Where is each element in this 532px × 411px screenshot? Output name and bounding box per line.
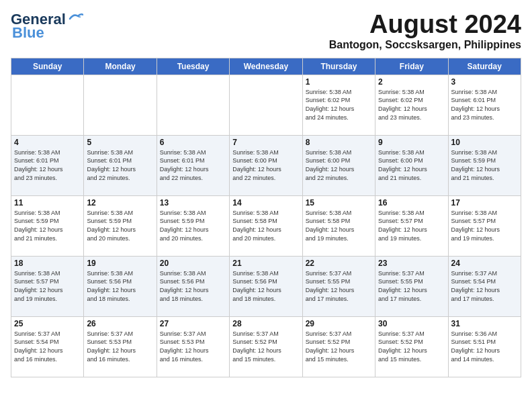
day-number: 25 [14, 319, 81, 328]
day-info: Sunrise: 5:38 AMSunset: 6:00 PMDaylight:… [378, 148, 445, 182]
day-info: Sunrise: 5:37 AMSunset: 5:55 PMDaylight:… [306, 269, 372, 303]
calendar-day-cell: 20Sunrise: 5:38 AMSunset: 5:56 PMDayligh… [157, 256, 229, 316]
calendar-day-cell: 25Sunrise: 5:37 AMSunset: 5:54 PMDayligh… [11, 316, 84, 377]
calendar-day-cell: 13Sunrise: 5:38 AMSunset: 5:59 PMDayligh… [157, 195, 229, 256]
day-number: 28 [232, 319, 299, 328]
weekday-header-row: SundayMondayTuesdayWednesdayThursdayFrid… [11, 58, 521, 75]
day-info: Sunrise: 5:37 AMSunset: 5:55 PMDaylight:… [378, 269, 445, 303]
calendar-day-cell: 2Sunrise: 5:38 AMSunset: 6:02 PMDaylight… [375, 75, 448, 135]
weekday-header: Wednesday [230, 58, 302, 75]
day-info: Sunrise: 5:37 AMSunset: 5:54 PMDaylight:… [451, 269, 518, 303]
calendar-day-cell: 7Sunrise: 5:38 AMSunset: 6:00 PMDaylight… [230, 135, 302, 195]
weekday-header: Saturday [448, 58, 521, 75]
calendar-day-cell [157, 75, 229, 135]
logo-bird-icon [69, 12, 83, 24]
day-number: 8 [306, 138, 372, 147]
calendar-day-cell [230, 75, 302, 135]
logo-blue: Blue [12, 24, 44, 42]
calendar-day-cell: 16Sunrise: 5:38 AMSunset: 5:57 PMDayligh… [375, 195, 448, 256]
day-number: 4 [14, 138, 81, 147]
day-info: Sunrise: 5:38 AMSunset: 6:01 PMDaylight:… [160, 148, 226, 182]
day-number: 26 [87, 319, 153, 328]
day-number: 19 [87, 259, 153, 268]
day-number: 15 [306, 198, 372, 208]
calendar-day-cell [84, 75, 157, 135]
day-info: Sunrise: 5:38 AMSunset: 5:59 PMDaylight:… [160, 209, 226, 242]
day-info: Sunrise: 5:37 AMSunset: 5:54 PMDaylight:… [14, 330, 81, 363]
calendar-day-cell: 27Sunrise: 5:37 AMSunset: 5:53 PMDayligh… [157, 316, 229, 377]
weekday-header: Monday [84, 58, 157, 75]
calendar-day-cell: 26Sunrise: 5:37 AMSunset: 5:53 PMDayligh… [84, 316, 157, 377]
day-number: 20 [160, 259, 226, 268]
day-number: 30 [378, 319, 445, 328]
day-info: Sunrise: 5:38 AMSunset: 5:56 PMDaylight:… [232, 269, 299, 303]
day-number: 27 [160, 319, 226, 328]
day-number: 21 [232, 259, 299, 268]
calendar-week-row: 4Sunrise: 5:38 AMSunset: 6:01 PMDaylight… [11, 135, 521, 195]
day-number: 24 [451, 259, 518, 268]
calendar-day-cell: 30Sunrise: 5:37 AMSunset: 5:52 PMDayligh… [375, 316, 448, 377]
calendar-day-cell: 14Sunrise: 5:38 AMSunset: 5:58 PMDayligh… [230, 195, 302, 256]
day-number: 6 [160, 138, 226, 147]
day-info: Sunrise: 5:37 AMSunset: 5:52 PMDaylight:… [378, 330, 445, 363]
calendar-week-row: 11Sunrise: 5:38 AMSunset: 5:59 PMDayligh… [11, 195, 521, 256]
day-number: 16 [378, 198, 445, 208]
calendar-day-cell: 1Sunrise: 5:38 AMSunset: 6:02 PMDaylight… [302, 75, 375, 135]
day-info: Sunrise: 5:38 AMSunset: 6:01 PMDaylight:… [87, 148, 153, 182]
day-number: 17 [451, 198, 518, 208]
day-number: 23 [378, 259, 445, 268]
day-info: Sunrise: 5:37 AMSunset: 5:53 PMDaylight:… [160, 330, 226, 363]
weekday-header: Friday [375, 58, 448, 75]
day-number: 29 [306, 319, 372, 328]
day-number: 10 [451, 138, 518, 147]
logo: General Blue [11, 11, 83, 42]
day-info: Sunrise: 5:37 AMSunset: 5:53 PMDaylight:… [87, 330, 153, 363]
day-info: Sunrise: 5:37 AMSunset: 5:52 PMDaylight:… [306, 330, 372, 363]
day-info: Sunrise: 5:38 AMSunset: 5:56 PMDaylight:… [160, 269, 226, 303]
day-number: 9 [378, 138, 445, 147]
calendar-title: August 2024 [329, 11, 521, 39]
day-number: 12 [87, 198, 153, 208]
calendar-day-cell: 17Sunrise: 5:38 AMSunset: 5:57 PMDayligh… [448, 195, 521, 256]
calendar-day-cell: 29Sunrise: 5:37 AMSunset: 5:52 PMDayligh… [302, 316, 375, 377]
day-info: Sunrise: 5:38 AMSunset: 6:02 PMDaylight:… [306, 88, 372, 122]
day-info: Sunrise: 5:38 AMSunset: 5:57 PMDaylight:… [451, 209, 518, 242]
calendar-day-cell: 24Sunrise: 5:37 AMSunset: 5:54 PMDayligh… [448, 256, 521, 316]
day-info: Sunrise: 5:37 AMSunset: 5:52 PMDaylight:… [232, 330, 299, 363]
day-number: 1 [306, 77, 372, 87]
day-number: 2 [378, 77, 445, 87]
day-number: 7 [232, 138, 299, 147]
calendar-week-row: 25Sunrise: 5:37 AMSunset: 5:54 PMDayligh… [11, 316, 521, 377]
day-number: 11 [14, 198, 81, 208]
weekday-header: Sunday [11, 58, 84, 75]
calendar-day-cell: 15Sunrise: 5:38 AMSunset: 5:58 PMDayligh… [302, 195, 375, 256]
day-number: 31 [451, 319, 518, 328]
day-info: Sunrise: 5:38 AMSunset: 5:59 PMDaylight:… [14, 209, 81, 242]
calendar-day-cell: 22Sunrise: 5:37 AMSunset: 5:55 PMDayligh… [302, 256, 375, 316]
day-info: Sunrise: 5:38 AMSunset: 5:57 PMDaylight:… [14, 269, 81, 303]
day-info: Sunrise: 5:38 AMSunset: 5:58 PMDaylight:… [232, 209, 299, 242]
weekday-header: Thursday [302, 58, 375, 75]
calendar-day-cell: 21Sunrise: 5:38 AMSunset: 5:56 PMDayligh… [230, 256, 302, 316]
calendar-day-cell: 5Sunrise: 5:38 AMSunset: 6:01 PMDaylight… [84, 135, 157, 195]
day-info: Sunrise: 5:38 AMSunset: 5:59 PMDaylight:… [451, 148, 518, 182]
day-info: Sunrise: 5:38 AMSunset: 6:00 PMDaylight:… [232, 148, 299, 182]
calendar-day-cell: 12Sunrise: 5:38 AMSunset: 5:59 PMDayligh… [84, 195, 157, 256]
day-info: Sunrise: 5:36 AMSunset: 5:51 PMDaylight:… [451, 330, 518, 363]
calendar-day-cell: 31Sunrise: 5:36 AMSunset: 5:51 PMDayligh… [448, 316, 521, 377]
day-number: 5 [87, 138, 153, 147]
day-info: Sunrise: 5:38 AMSunset: 5:58 PMDaylight:… [306, 209, 372, 242]
title-section: August 2024 Bantogon, Soccsksargen, Phil… [329, 11, 521, 51]
calendar-week-row: 1Sunrise: 5:38 AMSunset: 6:02 PMDaylight… [11, 75, 521, 135]
calendar-day-cell [11, 75, 84, 135]
day-info: Sunrise: 5:38 AMSunset: 6:01 PMDaylight:… [14, 148, 81, 182]
day-number: 22 [306, 259, 372, 268]
calendar-day-cell: 3Sunrise: 5:38 AMSunset: 6:01 PMDaylight… [448, 75, 521, 135]
day-info: Sunrise: 5:38 AMSunset: 5:59 PMDaylight:… [87, 209, 153, 242]
day-number: 18 [14, 259, 81, 268]
calendar-day-cell: 10Sunrise: 5:38 AMSunset: 5:59 PMDayligh… [448, 135, 521, 195]
calendar-day-cell: 4Sunrise: 5:38 AMSunset: 6:01 PMDaylight… [11, 135, 84, 195]
calendar-table: SundayMondayTuesdayWednesdayThursdayFrid… [11, 58, 521, 377]
calendar-day-cell: 8Sunrise: 5:38 AMSunset: 6:00 PMDaylight… [302, 135, 375, 195]
day-info: Sunrise: 5:38 AMSunset: 6:00 PMDaylight:… [306, 148, 372, 182]
